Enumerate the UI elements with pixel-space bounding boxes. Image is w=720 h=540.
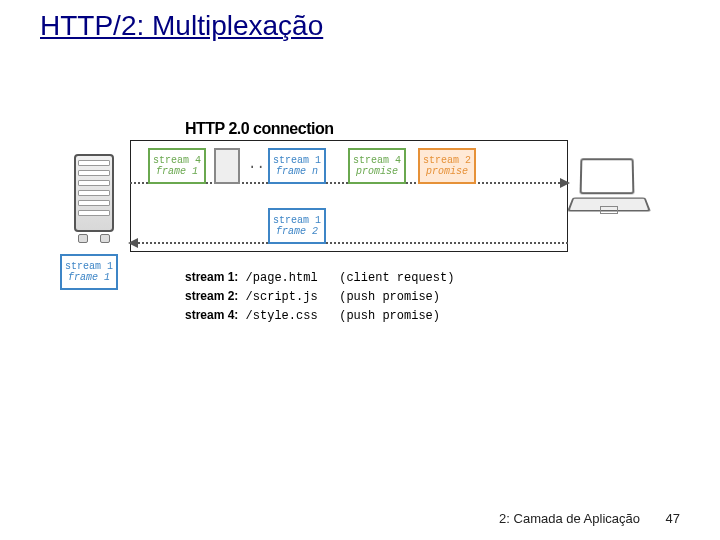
frame-gray-gap bbox=[214, 148, 240, 184]
frame-line2: promise bbox=[350, 166, 404, 177]
stream-row-1: stream 1: /page.html (client request) bbox=[185, 268, 454, 287]
frame-stream4-frame1: stream 4 frame 1 bbox=[148, 148, 206, 184]
frame-stream1-frame1-external: stream 1 frame 1 bbox=[60, 254, 118, 290]
frame-line2: frame n bbox=[270, 166, 324, 177]
frame-line1: stream 4 bbox=[350, 155, 404, 166]
stream-row-2: stream 2: /script.js (push promise) bbox=[185, 287, 454, 306]
frame-line2: promise bbox=[420, 166, 474, 177]
frame-line1: stream 1 bbox=[270, 155, 324, 166]
frame-line2: frame 1 bbox=[150, 166, 204, 177]
page-title: HTTP/2: Multiplexação bbox=[40, 10, 323, 42]
laptop-icon bbox=[570, 158, 648, 226]
frame-stream4-promise: stream 4 promise bbox=[348, 148, 406, 184]
frame-stream1-frame2: stream 1 frame 2 bbox=[268, 208, 326, 244]
server-icon bbox=[70, 148, 128, 243]
frame-line1: stream 1 bbox=[270, 215, 324, 226]
frame-line2: frame 2 bbox=[270, 226, 324, 237]
frame-line1: stream 2 bbox=[420, 155, 474, 166]
connection-label: HTTP 2.0 connection bbox=[185, 120, 333, 138]
stream-row-3: stream 4: /style.css (push promise) bbox=[185, 306, 454, 325]
footer-page: 47 bbox=[666, 511, 680, 526]
frame-line1: stream 4 bbox=[150, 155, 204, 166]
frame-stream1-framen: stream 1 frame n bbox=[268, 148, 326, 184]
arrow-left-icon bbox=[130, 242, 568, 244]
frame-line2: frame 1 bbox=[62, 272, 116, 283]
frame-stream2-promise: stream 2 promise bbox=[418, 148, 476, 184]
footer-chapter: 2: Camada de Aplicação bbox=[499, 511, 640, 526]
stream-legend: stream 1: /page.html (client request) st… bbox=[185, 268, 454, 325]
frame-line1: stream 1 bbox=[62, 261, 116, 272]
